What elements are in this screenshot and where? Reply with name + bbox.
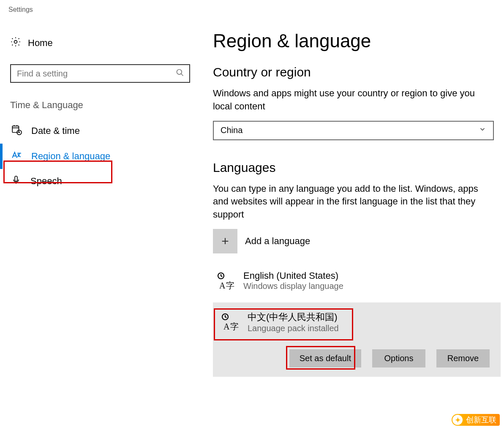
svg-rect-2	[12, 126, 19, 132]
languages-description: You can type in any language you add to …	[213, 182, 492, 221]
sidebar-item-region-language[interactable]: Region & language	[0, 144, 190, 169]
languages-heading: Languages	[213, 161, 501, 175]
language-subtitle: Windows display language	[243, 281, 343, 291]
add-language-button[interactable]: + Add a language	[213, 229, 501, 253]
remove-button[interactable]: Remove	[436, 349, 490, 367]
sidebar-item-speech[interactable]: Speech	[0, 169, 190, 193]
language-item-chinese[interactable]: A 字 中文(中华人民共和国) Language pack installed	[217, 307, 496, 337]
main-content: Region & language Country or region Wind…	[194, 30, 504, 377]
language-glyph-icon: A 字	[219, 311, 240, 332]
page-title: Region & language	[213, 30, 501, 52]
watermark-text: 创新互联	[466, 415, 496, 425]
svg-point-0	[14, 41, 17, 44]
calendar-clock-icon	[11, 124, 22, 138]
sidebar-item-date-time[interactable]: Date & time	[0, 118, 190, 144]
add-language-label: Add a language	[245, 236, 310, 247]
svg-text:字: 字	[230, 322, 239, 331]
language-glyph-icon: A 字	[215, 270, 236, 291]
sidebar-home[interactable]: Home	[0, 30, 190, 56]
sidebar-item-label: Date & time	[31, 125, 80, 136]
sidebar-home-label: Home	[28, 38, 53, 49]
language-action-buttons: Set as default Options Remove	[217, 349, 496, 367]
country-description: Windows and apps might use your country …	[213, 87, 492, 113]
search-input[interactable]	[10, 64, 190, 83]
country-heading: Country or region	[213, 65, 501, 79]
plus-icon: +	[213, 229, 237, 253]
country-selected-value: China	[221, 125, 242, 135]
svg-text:A: A	[219, 281, 226, 290]
watermark-logo-icon: ✦	[452, 414, 463, 426]
sidebar-section-label: Time & Language	[0, 100, 190, 118]
language-title: 中文(中华人民共和国)	[248, 311, 339, 324]
svg-text:字: 字	[226, 281, 234, 290]
set-default-button[interactable]: Set as default	[289, 349, 361, 367]
sidebar: Home Time & Language Date & time	[0, 30, 194, 377]
options-button[interactable]: Options	[372, 349, 425, 367]
chevron-down-icon	[479, 125, 486, 135]
language-item-chinese-panel: A 字 中文(中华人民共和国) Language pack installed …	[213, 302, 501, 377]
svg-text:A: A	[223, 322, 230, 331]
app-title: Settings	[0, 0, 504, 14]
gear-icon	[10, 36, 21, 50]
sidebar-item-label: Speech	[30, 176, 62, 187]
language-item-english[interactable]: A 字 English (United States) Windows disp…	[213, 266, 501, 296]
language-title: English (United States)	[243, 270, 343, 281]
language-icon	[11, 150, 22, 163]
sidebar-item-label: Region & language	[31, 151, 110, 162]
watermark-badge: ✦ 创新互联	[454, 414, 500, 426]
microphone-icon	[11, 175, 21, 188]
search-wrap	[10, 64, 190, 83]
country-dropdown[interactable]: China	[213, 121, 494, 140]
svg-rect-4	[15, 176, 17, 181]
language-subtitle: Language pack installed	[248, 324, 339, 333]
